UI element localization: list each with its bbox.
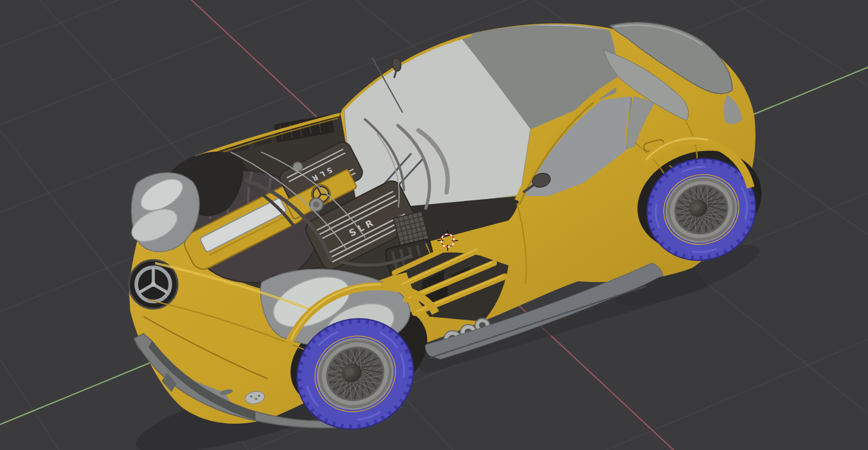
3d-viewport[interactable]: SLR bbox=[0, 0, 868, 450]
3d-cursor bbox=[0, 0, 868, 450]
